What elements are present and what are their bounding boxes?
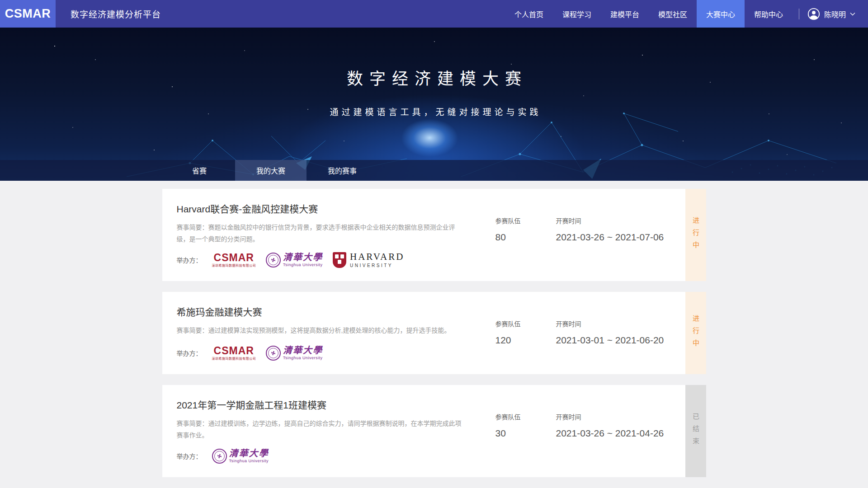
top-navbar: CSMAR 数字经济建模分析平台 个人首页 课程学习 建模平台 模型社区 大赛中… (0, 0, 868, 28)
tsinghua-cn: 清華大學 (283, 253, 323, 262)
tsinghua-seal-icon (212, 449, 227, 464)
competition-card-csmar-finance[interactable]: 希施玛金融建模大赛 赛事简要：通过建模算法实现预测模型，这将提高数据分析,建模处… (162, 292, 706, 374)
teams-label: 参赛队伍 (495, 319, 521, 328)
harvard-organizer-logo: HARVARD UNIVERSITY (333, 252, 404, 268)
csmar-wordmark: CSMAR (214, 346, 254, 356)
card-stats: 参赛队伍 120 开赛时间 2021-03-01 ~ 2021-06-20 (495, 292, 685, 374)
status-badge: 已结束 (685, 385, 706, 477)
tab-province-contest[interactable]: 省赛 (164, 160, 235, 181)
csmar-logo-text: CSMAR (5, 7, 51, 21)
organizer-label: 举办方： (177, 348, 202, 357)
tsinghua-en: Tsinghua University (283, 263, 323, 267)
status-badge: 进行中 (685, 189, 706, 281)
platform-title: 数字经济建模分析平台 (71, 8, 161, 20)
csmar-subtext: 深圳希施玛数据科技有限公司 (212, 357, 256, 360)
user-menu[interactable]: 陈晓明 (807, 8, 855, 20)
nav-item-modeling[interactable]: 建模平台 (601, 0, 649, 28)
chevron-down-icon (850, 12, 855, 16)
card-main: Harvard联合赛-金融风控建模大赛 赛事简要：赛题以金融风控中的银行信贷为背… (162, 189, 495, 281)
tab-my-competitions[interactable]: 我的大赛 (235, 160, 307, 181)
csmar-logo[interactable]: CSMAR (0, 0, 56, 28)
csmar-wordmark: CSMAR (214, 253, 254, 263)
competition-title: 希施玛金融建模大赛 (177, 305, 495, 318)
nav-item-community[interactable]: 模型社区 (649, 0, 697, 28)
teams-value: 30 (495, 428, 521, 439)
harvard-subtext: UNIVERSITY (350, 263, 404, 268)
tsinghua-cn: 清華大學 (283, 346, 323, 355)
nav-item-competitions[interactable]: 大赛中心 (697, 0, 745, 28)
harvard-shield-icon (333, 252, 346, 268)
time-value: 2021-03-01 ~ 2021-06-20 (556, 335, 664, 346)
csmar-organizer-logo: CSMAR 深圳希施玛数据科技有限公司 (212, 346, 256, 360)
competition-card-harvard[interactable]: Harvard联合赛-金融风控建模大赛 赛事简要：赛题以金融风控中的银行信贷为背… (162, 189, 706, 281)
hero-title: 数字经济建模大赛 (0, 66, 868, 89)
tsinghua-cn: 清華大學 (229, 449, 269, 458)
tab-my-events[interactable]: 我的赛事 (307, 160, 378, 181)
harvard-wordmark: HARVARD (350, 252, 404, 262)
competition-summary: 赛事简要：通过建模算法实现预测模型，这将提高数据分析,建模处理的核心能力，提升选… (177, 324, 466, 338)
csmar-organizer-logo: CSMAR 深圳希施玛数据科技有限公司 (212, 253, 256, 267)
organizer-label: 举办方： (177, 255, 202, 264)
card-main: 希施玛金融建模大赛 赛事简要：通过建模算法实现预测模型，这将提高数据分析,建模处… (162, 292, 495, 374)
teams-value: 80 (495, 232, 521, 243)
teams-value: 120 (495, 335, 521, 346)
nav-item-courses[interactable]: 课程学习 (553, 0, 601, 28)
competition-list: Harvard联合赛-金融风控建模大赛 赛事简要：赛题以金融风控中的银行信贷为背… (0, 181, 868, 488)
hero-subtitle: 通过建模语言工具，无缝对接理论与实践 (0, 105, 868, 117)
time-value: 2021-03-26 ~ 2021-04-26 (556, 428, 664, 439)
teams-label: 参赛队伍 (495, 216, 521, 225)
tsinghua-organizer-logo: 清華大學 Tsinghua University (266, 346, 323, 361)
tsinghua-seal-icon (266, 346, 281, 361)
tsinghua-en: Tsinghua University (283, 356, 323, 360)
hero-banner: 数字经济建模大赛 通过建模语言工具，无缝对接理论与实践 省赛 我的大赛 我的赛事 (0, 28, 868, 181)
organizer-row: 举办方： CSMAR 深圳希施玛数据科技有限公司 清華大學 Tsinghua U… (177, 344, 495, 361)
card-stats: 参赛队伍 30 开赛时间 2021-03-26 ~ 2021-04-26 (495, 385, 685, 477)
tsinghua-en: Tsinghua University (229, 459, 269, 463)
status-badge: 进行中 (685, 292, 706, 374)
status-text: 进行中 (691, 217, 700, 253)
competition-title: Harvard联合赛-金融风控建模大赛 (177, 202, 495, 215)
time-label: 开赛时间 (556, 319, 664, 328)
nav-divider (799, 9, 799, 19)
nav-item-help[interactable]: 帮助中心 (745, 0, 793, 28)
organizer-row: 举办方： 清華大學 Tsinghua University (177, 447, 495, 465)
competition-tab-bar: 省赛 我的大赛 我的赛事 (0, 160, 868, 181)
competition-summary: 赛事简要：通过建模训练，边学边练，提高自己的综合实力，请同学根据赛制说明，在本学… (177, 418, 466, 441)
organizer-row: 举办方： CSMAR 深圳希施玛数据科技有限公司 清華大學 Tsinghua U… (177, 251, 495, 268)
time-label: 开赛时间 (556, 216, 664, 225)
main-nav: 个人首页 课程学习 建模平台 模型社区 大赛中心 帮助中心 (505, 0, 793, 28)
user-avatar-icon (807, 8, 820, 20)
organizer-label: 举办方： (177, 451, 202, 460)
time-value: 2021-03-26 ~ 2021-07-06 (556, 232, 664, 243)
card-main: 2021年第一学期金融工程1班建模赛 赛事简要：通过建模训练，边学边练，提高自己… (162, 385, 495, 477)
card-stats: 参赛队伍 80 开赛时间 2021-03-26 ~ 2021-07-06 (495, 189, 685, 281)
nav-item-home[interactable]: 个人首页 (505, 0, 553, 28)
user-name: 陈晓明 (824, 9, 846, 19)
status-text: 已结束 (691, 413, 700, 450)
tsinghua-organizer-logo: 清華大學 Tsinghua University (212, 449, 269, 464)
competition-title: 2021年第一学期金融工程1班建模赛 (177, 398, 495, 411)
tsinghua-seal-icon (266, 253, 281, 267)
csmar-subtext: 深圳希施玛数据科技有限公司 (212, 264, 256, 267)
hero-network-graphic (0, 28, 868, 181)
tsinghua-organizer-logo: 清華大學 Tsinghua University (266, 253, 323, 267)
status-text: 进行中 (691, 315, 700, 352)
time-label: 开赛时间 (556, 412, 664, 421)
teams-label: 参赛队伍 (495, 412, 521, 421)
competition-summary: 赛事简要：赛题以金融风控中的银行信贷为背景，要求选手根据表中企业相关的数据信息预… (177, 221, 466, 245)
competition-card-class-contest[interactable]: 2021年第一学期金融工程1班建模赛 赛事简要：通过建模训练，边学边练，提高自己… (162, 385, 706, 477)
